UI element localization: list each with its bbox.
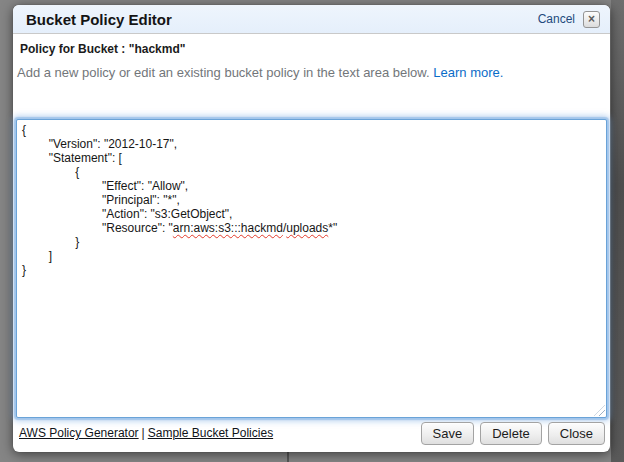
bucket-heading: Policy for Bucket : "hackmd" bbox=[20, 42, 610, 56]
delete-button[interactable]: Delete bbox=[480, 422, 542, 445]
learn-more-link[interactable]: Learn more. bbox=[433, 65, 503, 80]
dialog-title: Bucket Policy Editor bbox=[26, 11, 172, 28]
dialog-header: Bucket Policy Editor Cancel × bbox=[13, 5, 610, 34]
footer-links: AWS Policy Generator|Sample Bucket Polic… bbox=[19, 426, 273, 440]
save-button[interactable]: Save bbox=[421, 422, 475, 445]
description-text: Add a new policy or edit an existing buc… bbox=[17, 65, 430, 80]
link-separator: | bbox=[142, 426, 145, 440]
close-button[interactable]: Close bbox=[548, 422, 605, 445]
backdrop-page-band bbox=[611, 0, 624, 462]
policy-textarea-content[interactable]: { "Version": "2012-10-17", "Statement": … bbox=[17, 120, 606, 417]
sample-bucket-policies-link[interactable]: Sample Bucket Policies bbox=[148, 426, 273, 440]
dialog-description: Add a new policy or edit an existing buc… bbox=[17, 65, 610, 80]
policy-textarea[interactable]: { "Version": "2012-10-17", "Statement": … bbox=[16, 119, 607, 418]
bucket-policy-editor-dialog: Bucket Policy Editor Cancel × Policy for… bbox=[13, 5, 610, 452]
dialog-footer: AWS Policy Generator|Sample Bucket Polic… bbox=[13, 418, 610, 452]
footer-buttons: Save Delete Close bbox=[421, 422, 605, 445]
aws-policy-generator-link[interactable]: AWS Policy Generator bbox=[19, 426, 139, 440]
cancel-link[interactable]: Cancel bbox=[538, 12, 575, 26]
close-icon[interactable]: × bbox=[583, 11, 600, 28]
